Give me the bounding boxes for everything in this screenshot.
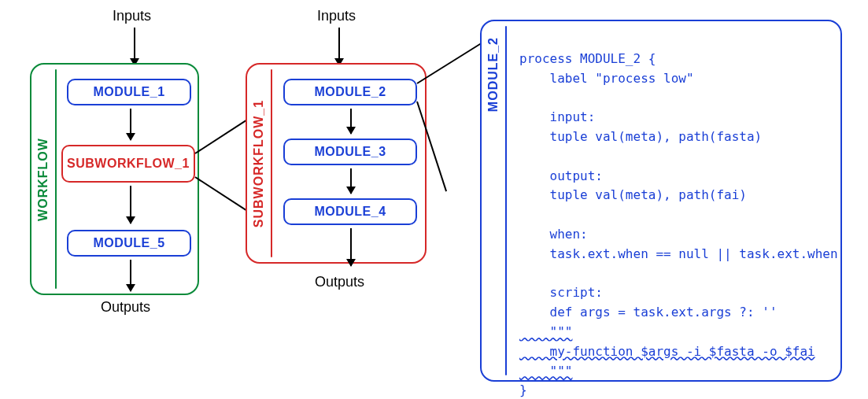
module-4-label: MODULE_4 xyxy=(314,205,386,219)
module-3-label: MODULE_3 xyxy=(314,145,386,159)
inputs-label-mid: Inputs xyxy=(317,8,356,24)
workflow-title: WORKFLOW xyxy=(36,138,50,221)
module-2-node: MODULE_2 xyxy=(283,79,417,105)
connector-mod2-top xyxy=(416,41,484,84)
module-5-label: MODULE_5 xyxy=(93,236,164,250)
code-line-15: """ xyxy=(519,324,572,339)
subworkflow-divider xyxy=(271,69,272,257)
arrow-inputs-to-mod1 xyxy=(134,28,135,65)
module-1-node: MODULE_1 xyxy=(67,79,191,105)
outputs-label-left: Outputs xyxy=(101,299,150,316)
module-5-node: MODULE_5 xyxy=(67,230,191,257)
module-2-panel-title: MODULE_2 xyxy=(486,37,500,112)
subworkflow-1-label: SUBWORKFLOW_1 xyxy=(67,157,190,171)
code-line-18: } xyxy=(519,382,527,397)
code-line-4: input: xyxy=(519,109,595,124)
code-line-17: """ xyxy=(519,364,572,379)
code-line-11: task.ext.when == null || task.ext.when xyxy=(519,246,838,261)
code-line-5: tuple val(meta), path(fasta) xyxy=(519,129,762,144)
code-line-7: output: xyxy=(519,168,603,183)
code-line-13: script: xyxy=(519,285,603,300)
module-2-label: MODULE_2 xyxy=(314,85,386,99)
outputs-label-mid: Outputs xyxy=(315,274,364,290)
arrow-inputs-to-mod2 xyxy=(338,28,340,65)
subworkflow-1-node: SUBWORKFLOW_1 xyxy=(61,145,195,183)
module-2-divider xyxy=(505,26,507,375)
code-line-14: def args = task.ext.args ?: '' xyxy=(519,305,778,320)
arrow-mod4-to-outputs xyxy=(350,228,352,266)
module-2-code: process MODULE_2 { label "process low" i… xyxy=(519,30,838,399)
arrow-mod1-to-sub1 xyxy=(130,109,131,140)
connector-sub-top xyxy=(194,118,249,154)
code-line-8: tuple val(meta), path(fai) xyxy=(519,187,747,202)
subworkflow-title: SUBWORKFLOW_1 xyxy=(252,99,266,227)
code-line-16: my-function $args -i $fasta -o $fai xyxy=(519,344,815,359)
arrow-mod2-to-mod3 xyxy=(350,109,352,134)
arrow-sub1-to-mod5 xyxy=(130,186,131,224)
module-3-node: MODULE_3 xyxy=(283,139,417,165)
code-line-2: label "process low" xyxy=(519,71,694,86)
workflow-divider xyxy=(55,69,57,289)
code-line-1: process MODULE_2 { xyxy=(519,51,656,66)
code-line-10: when: xyxy=(519,227,588,242)
module-1-label: MODULE_1 xyxy=(93,85,164,99)
module-4-node: MODULE_4 xyxy=(283,198,417,225)
inputs-label-left: Inputs xyxy=(113,8,151,24)
connector-sub-bottom xyxy=(194,176,249,212)
arrow-mod5-to-outputs xyxy=(130,260,131,291)
arrow-mod3-to-mod4 xyxy=(350,168,352,194)
